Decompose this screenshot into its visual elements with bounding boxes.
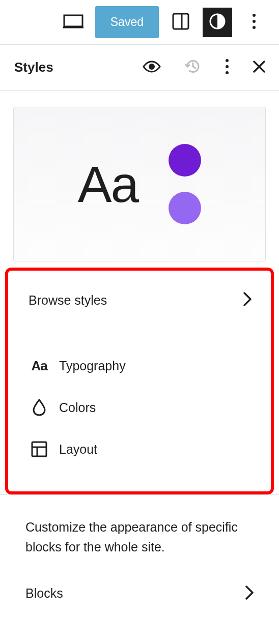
layout-icon <box>31 441 48 458</box>
preview-color-swatches <box>169 144 201 224</box>
svg-point-6 <box>253 20 256 23</box>
typography-option[interactable]: Aa Typography <box>18 345 261 387</box>
saved-button[interactable]: Saved <box>95 6 159 38</box>
colors-option[interactable]: Colors <box>18 387 261 428</box>
svg-rect-0 <box>64 15 82 26</box>
typography-icon: Aa <box>31 357 48 374</box>
list-view-button[interactable] <box>166 8 196 37</box>
styles-options-list: Aa Typography Colors Layout <box>18 345 261 470</box>
view-desktop-button[interactable] <box>59 8 88 37</box>
svg-point-7 <box>253 26 256 29</box>
panel-more-button[interactable] <box>223 56 231 78</box>
desktop-icon <box>63 14 83 30</box>
kebab-icon <box>252 13 256 31</box>
history-icon <box>184 58 202 77</box>
svg-rect-2 <box>173 14 188 29</box>
primary-color-swatch <box>169 144 201 177</box>
blocks-description: Customize the appearance of specific blo… <box>25 517 254 557</box>
style-book-button[interactable] <box>141 58 163 76</box>
more-options-button[interactable] <box>239 8 269 37</box>
highlighted-section: Browse styles Aa Typography Colors Layou… <box>5 268 274 494</box>
panel-title: Styles <box>14 60 53 75</box>
preview-sample-text: Aa <box>78 155 138 214</box>
layout-label: Layout <box>59 442 97 457</box>
layout-option[interactable]: Layout <box>18 428 261 470</box>
svg-rect-14 <box>32 442 46 456</box>
panel-header-actions <box>141 56 268 79</box>
blocks-label: Blocks <box>25 586 63 601</box>
contrast-circle-icon <box>208 12 227 32</box>
svg-point-10 <box>226 65 229 68</box>
svg-point-9 <box>226 59 229 62</box>
blocks-button[interactable]: Blocks <box>25 586 254 602</box>
svg-point-5 <box>253 14 256 17</box>
typography-label: Typography <box>59 359 126 373</box>
style-preview-card: Aa <box>13 107 266 261</box>
kebab-icon <box>225 58 229 76</box>
close-icon <box>253 60 266 75</box>
browse-styles-button[interactable]: Browse styles <box>18 284 261 316</box>
eye-icon <box>143 61 161 74</box>
panel-header: Styles <box>0 45 279 91</box>
chevron-right-icon <box>245 586 254 602</box>
chevron-right-icon <box>243 292 252 308</box>
top-toolbar: Saved <box>0 0 279 45</box>
revisions-button[interactable] <box>182 56 204 79</box>
drop-icon <box>31 399 48 416</box>
svg-point-11 <box>226 71 229 74</box>
styles-toggle-button[interactable] <box>203 8 232 37</box>
svg-point-8 <box>149 64 155 70</box>
sidebar-panel-icon <box>172 12 190 32</box>
colors-label: Colors <box>59 400 96 415</box>
close-panel-button[interactable] <box>250 58 268 77</box>
secondary-color-swatch <box>169 192 201 224</box>
blocks-section: Customize the appearance of specific blo… <box>0 494 279 614</box>
browse-styles-label: Browse styles <box>29 293 107 308</box>
